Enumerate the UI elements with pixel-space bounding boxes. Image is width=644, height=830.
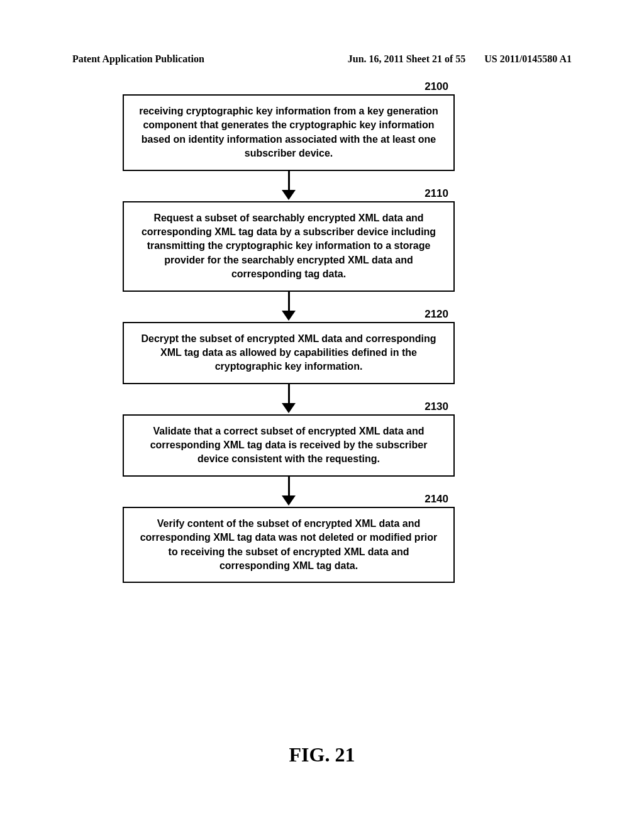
flowchart-step-2110: 2110 Request a subset of searchably encr… (123, 201, 455, 292)
arrow-head (282, 495, 296, 506)
arrow-head (282, 190, 296, 200)
step-label: 2130 (425, 399, 448, 414)
step-label: 2120 (425, 307, 448, 322)
arrow-icon (123, 477, 455, 507)
flowchart-step-2120: 2120 Decrypt the subset of encrypted XML… (123, 322, 455, 384)
step-label: 2100 (425, 79, 448, 94)
step-text: Request a subset of searchably encrypted… (142, 213, 436, 280)
flowchart: 2100 receiving cryptographic key informa… (123, 94, 455, 583)
step-label: 2140 (425, 492, 448, 507)
header-left: Patent Application Publication (72, 53, 204, 65)
flowchart-step-2100: 2100 receiving cryptographic key informa… (123, 94, 455, 171)
header-right-group: Jun. 16, 2011 Sheet 21 of 55 US 2011/014… (348, 53, 572, 65)
flowchart-step-2130: 2130 Validate that a correct subset of e… (123, 414, 455, 477)
page-header: Patent Application Publication Jun. 16, … (72, 53, 572, 65)
arrow-head (282, 311, 296, 321)
step-text: receiving cryptographic key information … (139, 106, 438, 158)
header-right: US 2011/0145580 A1 (484, 53, 572, 65)
arrow-icon (123, 384, 455, 414)
step-text: Decrypt the subset of encrypted XML data… (141, 333, 436, 372)
arrow-icon (123, 171, 455, 201)
figure-label: FIG. 21 (0, 743, 644, 766)
step-text: Validate that a correct subset of encryp… (150, 426, 428, 465)
step-label: 2110 (425, 186, 448, 201)
arrow-head (282, 403, 296, 413)
header-center: Jun. 16, 2011 Sheet 21 of 55 (348, 53, 466, 65)
arrow-icon (123, 292, 455, 322)
flowchart-step-2140: 2140 Verify content of the subset of enc… (123, 507, 455, 584)
step-text: Verify content of the subset of encrypte… (140, 518, 438, 571)
